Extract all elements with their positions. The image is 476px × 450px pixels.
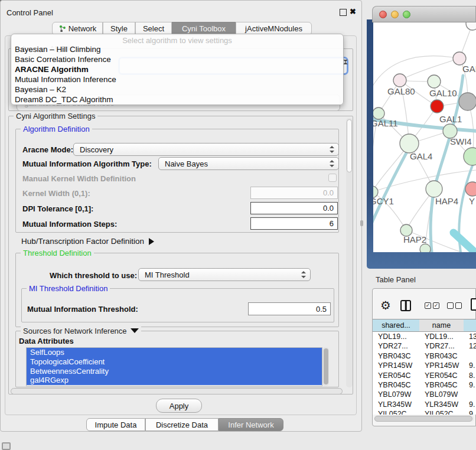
data-attributes-list[interactable]: SelfLoops TopologicalCoefficient Between… xyxy=(26,347,322,386)
columns-icon[interactable] xyxy=(400,300,411,311)
popup-item-mutual-information[interactable]: Mutual Information Inference xyxy=(14,74,340,84)
settings-hscrollbar-thumb[interactable] xyxy=(11,388,343,394)
table-row[interactable]: YPR145WYPR145W9. xyxy=(373,361,476,370)
node-label-gal80: GAL80 xyxy=(387,86,415,96)
manual-kernel-checkbox[interactable] xyxy=(328,174,337,182)
minimize-traffic-light[interactable] xyxy=(391,11,399,18)
unchecked-box-icon xyxy=(447,302,454,309)
list-item-gal4rgexp[interactable]: gal4RGexp xyxy=(27,376,322,385)
table-cell: YBR043C xyxy=(419,351,464,361)
attr-list-vscrollbar-thumb[interactable] xyxy=(324,348,328,384)
dpi-tolerance-value: 0.0 xyxy=(323,204,334,213)
table-panel-title: Table Panel xyxy=(376,275,416,284)
table-header-shared-name[interactable]: shared... xyxy=(373,319,420,332)
sources-group-title: Sources for Network Inference xyxy=(21,327,141,335)
which-threshold-combo[interactable]: MI Threshold xyxy=(138,268,311,281)
mi-steps-field[interactable]: 6 xyxy=(250,217,338,230)
popup-placeholder: Select algorithm to view settings xyxy=(11,36,343,45)
list-item-betweennesscentrality[interactable]: BetweennessCentrality xyxy=(27,367,322,376)
table-cell: YBL079W xyxy=(373,390,419,399)
table-cell: 8. xyxy=(464,371,476,380)
hub-definition-expander[interactable]: Hub/Transcription Factor Definition xyxy=(21,237,154,246)
table-row[interactable]: YDL19...YDL19...13 xyxy=(373,332,476,341)
tab-impute-data[interactable]: Impute Data xyxy=(86,418,145,431)
apply-button[interactable]: Apply xyxy=(156,399,202,413)
tab-network-label: Network xyxy=(69,24,97,33)
select-all-columns-icon[interactable]: ✓ ✓ xyxy=(425,302,439,309)
zoom-traffic-light[interactable] xyxy=(403,11,410,18)
table-cell xyxy=(464,351,476,361)
list-item-topologicalcoefficient[interactable]: TopologicalCoefficient xyxy=(27,357,322,367)
table-cell: YDL19... xyxy=(419,332,464,341)
network-node-gal1[interactable] xyxy=(431,100,444,113)
table-row[interactable]: YIL052CYIL052C9. xyxy=(373,409,476,415)
table-row[interactable]: YBR043CYBR043C xyxy=(373,351,476,361)
mi-threshold-field[interactable]: 0.5 xyxy=(248,302,331,315)
network-node-y[interactable] xyxy=(465,182,476,196)
float-window-icon[interactable] xyxy=(340,9,347,16)
table-row[interactable]: YDR27...YDR27...12 xyxy=(373,341,476,351)
control-panel-title: Control Panel xyxy=(6,8,53,17)
mi-steps-value: 6 xyxy=(330,219,334,228)
table-cell: YLR345W xyxy=(419,400,464,409)
popup-item-dream8[interactable]: Dream8 DC_TDC Algorithm xyxy=(14,94,340,105)
collapsed-panel-icon[interactable] xyxy=(2,442,11,450)
table-row[interactable]: YER054CYER054C8. xyxy=(373,371,476,380)
algorithm-dropdown-popup: Select algorithm to view settings Bayesi… xyxy=(11,34,344,105)
kernel-width-value: 0.0 xyxy=(323,188,334,197)
mi-threshold-value: 0.5 xyxy=(316,305,327,314)
node-label-gcy1: GCY1 xyxy=(373,196,394,206)
close-traffic-light[interactable] xyxy=(379,11,387,18)
combo-arrows-icon xyxy=(330,160,334,167)
mi-steps-label: Mutual Information Steps: xyxy=(22,220,117,229)
table-row[interactable]: YBL079WYBL079W xyxy=(373,390,476,399)
gear-icon[interactable]: ⚙ xyxy=(380,298,391,312)
table-body[interactable]: YDL19...YDL19...13YDR27...YDR27...12YBR0… xyxy=(373,332,476,415)
tab-discretize-data[interactable]: Discretize Data xyxy=(145,418,219,431)
popup-item-basic-correlation[interactable]: Basic Correlation Inference xyxy=(14,54,340,64)
expand-right-icon xyxy=(149,238,154,245)
popup-item-bayesian-hill-climbing[interactable]: Bayesian – Hill Climbing xyxy=(14,44,340,54)
network-node-gal[interactable] xyxy=(453,52,466,65)
aracne-mode-combo[interactable]: Discovery xyxy=(73,143,339,156)
combo-arrows-icon xyxy=(301,271,306,278)
kernel-width-field[interactable]: 0.0 xyxy=(250,187,338,199)
mi-type-combo[interactable]: Naive Bayes xyxy=(158,157,339,170)
deselect-all-columns-icon[interactable] xyxy=(447,302,462,309)
dpi-tolerance-label: DPI Tolerance [0,1]: xyxy=(22,204,93,213)
table-cell: YDR27... xyxy=(373,341,419,351)
tab-infer-network[interactable]: Infer Network xyxy=(219,418,283,431)
network-node-gal11[interactable] xyxy=(373,107,384,119)
table-header-cut[interactable] xyxy=(464,319,476,332)
table-header-name[interactable]: name xyxy=(419,319,464,332)
network-node-gal80[interactable] xyxy=(393,74,406,87)
list-item-selfloops[interactable]: SelfLoops xyxy=(27,348,322,357)
table-cell xyxy=(464,390,476,399)
panel-splitter-handle[interactable] xyxy=(360,220,363,226)
close-icon[interactable]: ✖ xyxy=(350,7,356,16)
settings-vscrollbar-thumb[interactable] xyxy=(347,119,352,172)
network-node[interactable] xyxy=(466,22,476,30)
combo-arrows-icon xyxy=(330,146,334,153)
export-table-icon[interactable] xyxy=(471,298,476,311)
table-hscrollbar-thumb[interactable] xyxy=(374,416,472,422)
collapse-down-icon[interactable] xyxy=(131,328,139,333)
table-row[interactable]: YBR045CYBR045C9. xyxy=(373,380,476,390)
network-window-titlebar[interactable] xyxy=(372,6,476,22)
network-node-hap4[interactable] xyxy=(426,181,442,197)
network-node[interactable] xyxy=(464,148,476,165)
popup-item-bayesian-k2[interactable]: Bayesian – K2 xyxy=(14,84,340,94)
table-cell: 13 xyxy=(464,332,476,341)
network-node[interactable] xyxy=(459,93,476,110)
table-row[interactable]: YLR345WYLR345W9. xyxy=(373,400,476,409)
network-canvas[interactable]: GALGAL80GAL10GAL1GAL11SWI4GAL4GCY1HAP4YH… xyxy=(373,22,476,252)
network-node-gal4[interactable] xyxy=(400,134,419,153)
network-node-gal10[interactable] xyxy=(428,75,441,88)
table-cell: YLR345W xyxy=(373,400,419,409)
dpi-tolerance-field[interactable]: 0.0 xyxy=(250,202,338,214)
table-cell: YER054C xyxy=(419,371,464,380)
popup-item-aracne[interactable]: ARACNE Algorithm xyxy=(14,64,340,74)
network-node[interactable] xyxy=(420,244,431,252)
mi-threshold-label: Mutual Information Threshold: xyxy=(27,305,138,314)
node-label-gal: GAL xyxy=(462,64,476,74)
